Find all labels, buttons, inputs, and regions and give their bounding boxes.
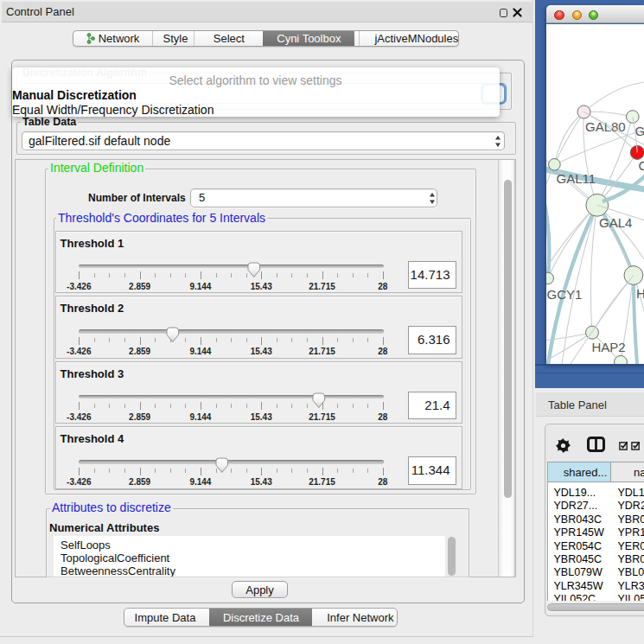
- svg-text:CR: CR: [639, 158, 644, 173]
- svg-text:H: H: [636, 286, 644, 301]
- svg-text:GAL4: GAL4: [599, 215, 632, 230]
- svg-text:HAP2: HAP2: [592, 340, 626, 354]
- svg-text:GAL11: GAL11: [557, 171, 596, 186]
- svg-text:GCY1: GCY1: [547, 287, 583, 302]
